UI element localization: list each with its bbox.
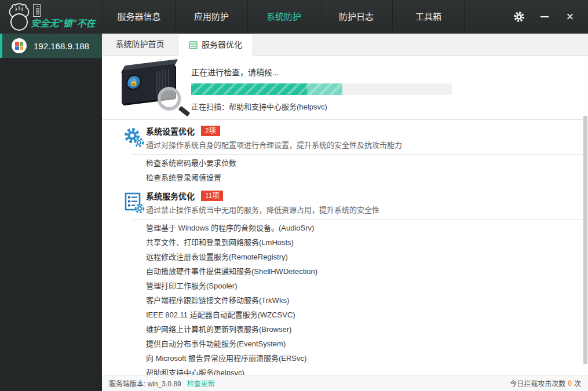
sidebar-item-server[interactable]: 192.168.9.188: [0, 34, 102, 58]
scan-progress-bar: [191, 83, 452, 95]
brand-seal: 云锁: [33, 4, 41, 17]
brand-tagline: 安全无"锁"不在: [31, 16, 95, 30]
nav-protection-logs[interactable]: 防护日志: [320, 0, 392, 34]
main-panel: 系统防护首页 服务器优化 🔒: [102, 34, 588, 391]
service-optimization-list: 管理基于 Windows 的程序的音频设备。(AudioSrv)共享文件、打印和…: [102, 220, 588, 375]
gears-icon: [123, 127, 145, 149]
optimization-item[interactable]: 检查系统登录阈值设置: [146, 170, 588, 185]
section-system-settings: 系统设置优化 2项 通过对操作系统自身的配置项进行合理设置，提升系统的安全性及抗…: [102, 120, 588, 150]
attack-count-label: 今日拦截攻击次数: [510, 378, 565, 388]
optimization-item[interactable]: 检查系统密码最小要求位数: [146, 156, 588, 170]
optimization-item[interactable]: 远程修改注册表设置服务(RemoteRegistry): [146, 250, 588, 264]
nav-system-protection[interactable]: 系统防护: [247, 0, 320, 34]
section-description: 通过禁止操作系统当中无用的服务，降低资源占用，提升系统的安全性: [146, 204, 588, 215]
scrollbar-track[interactable]: [583, 56, 588, 375]
optimization-item[interactable]: 管理基于 Windows 的程序的音频设备。(AudioSrv): [146, 221, 588, 235]
windows-server-icon: [12, 38, 27, 53]
section-title: 系统服务优化: [146, 190, 195, 202]
nav-server-info[interactable]: 服务器信息: [103, 0, 175, 34]
nav-toolbox[interactable]: 工具箱: [392, 0, 465, 34]
tab-protection-home[interactable]: 系统防护首页: [102, 34, 178, 55]
magnifier-icon: [158, 87, 181, 110]
close-icon: ×: [567, 10, 574, 23]
section-description: 通过对操作系统自身的配置项进行合理设置，提升系统的安全性及抗攻击能力: [146, 139, 588, 150]
server-scan-illustration: 🔒: [115, 63, 191, 114]
count-badge: 2项: [201, 126, 220, 136]
minimize-button[interactable]: [536, 8, 553, 25]
optimization-item[interactable]: 向 Microsoft 报告异常应用程序崩溃服务(ERSvc): [146, 351, 588, 366]
topbar: 云锁 安全无"锁"不在 服务器信息 应用防护 系统防护 防护日志 工具箱 ×: [0, 0, 588, 34]
scanning-service-label: 正在扫描：帮助和支持中心服务(helpsvc): [191, 101, 452, 112]
app-logo: 云锁 安全无"锁"不在: [0, 0, 103, 34]
count-badge: 11项: [201, 191, 223, 201]
attack-count-unit: 次: [574, 378, 581, 388]
content-area: 🔒 正在进行检查，请稍候... 正在扫描：帮助和支持中心服务(helpsvc): [102, 56, 588, 375]
section-title: 系统设置优化: [146, 125, 195, 137]
section-system-services: 系统服务优化 11项 通过禁止操作系统当中无用的服务，降低资源占用，提升系统的安…: [102, 185, 588, 215]
nav-app-protection[interactable]: 应用防护: [175, 0, 247, 34]
optimization-item[interactable]: 管理打印工作服务(Spooler): [146, 279, 588, 293]
optimization-item[interactable]: IEEE 802.11 适配器自动配置服务(WZCSVC): [146, 308, 588, 322]
tab-server-optimization[interactable]: 服务器优化: [178, 34, 253, 56]
service-list-icon: [123, 192, 145, 214]
optimization-item[interactable]: 客户端程序跟踪链接文件移动服务(TrkWks): [146, 293, 588, 308]
server-version-label: 服务端版本: win_3.0.89: [109, 378, 181, 388]
attack-count-value: 0: [568, 379, 572, 388]
cloudlock-badge-icon: 🔒: [126, 74, 141, 90]
check-update-link[interactable]: 检查更新: [187, 378, 215, 388]
sidebar: 192.168.9.188: [0, 34, 102, 391]
lock-logo-icon: [5, 2, 34, 32]
tab-bar: 系统防护首页 服务器优化: [102, 34, 588, 56]
scrollbar-thumb[interactable]: [583, 116, 587, 364]
window-controls: ×: [510, 0, 588, 34]
optimization-item[interactable]: 维护网络上计算机的更新列表服务(Browser): [146, 322, 588, 337]
settings-optimization-list: 检查系统密码最小要求位数检查系统登录阈值设置: [102, 155, 588, 185]
close-button[interactable]: ×: [561, 8, 579, 25]
status-bar: 服务端版本: win_3.0.89 检查更新 今日拦截攻击次数 0 次: [102, 375, 588, 391]
optimization-item[interactable]: 共享文件、打印和登录到网络服务(LmHosts): [146, 235, 588, 250]
optimization-item[interactable]: 帮助和支持中心服务(helpsvc): [146, 366, 588, 375]
minimize-icon: [540, 16, 549, 17]
optimization-item[interactable]: 自动播放硬件事件提供通知服务(ShellHWDetection): [146, 264, 588, 279]
settings-button[interactable]: [510, 8, 528, 25]
app-window: 云锁 安全无"锁"不在 服务器信息 应用防护 系统防护 防护日志 工具箱 ×: [0, 0, 588, 391]
optimization-item[interactable]: 提供自动分布事件功能服务(EventSystem): [146, 337, 588, 351]
scan-progress-block: 🔒 正在进行检查，请稍候... 正在扫描：帮助和支持中心服务(helpsvc): [102, 56, 588, 114]
gear-icon: [513, 10, 525, 23]
server-icon: [189, 41, 198, 49]
tab-label: 服务器优化: [202, 34, 242, 56]
main-nav: 服务器信息 应用防护 系统防护 防护日志 工具箱: [103, 0, 465, 34]
scan-status-title: 正在进行检查，请稍候...: [191, 66, 452, 78]
progress-fill: [191, 83, 342, 95]
server-ip-label: 192.168.9.188: [34, 41, 89, 51]
